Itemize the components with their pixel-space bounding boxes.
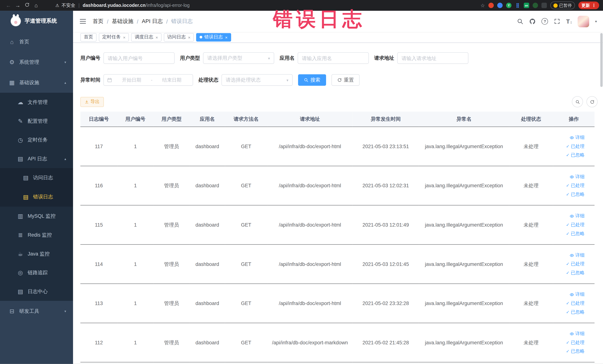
extension-icon[interactable]: on [524, 3, 529, 8]
tab-item[interactable]: 首页 [81, 33, 97, 41]
action-label: 已处理 [571, 143, 585, 150]
cell-url: /api/infra/db-doc/export-html [267, 284, 353, 323]
sidebar-item-system[interactable]: ⚙ 系统管理 ▾ [0, 52, 73, 72]
sidebar-item-error-log[interactable]: ▤ 错误日志 [0, 187, 73, 207]
cell-method: GET [225, 244, 267, 284]
update-label: 更新 [581, 2, 590, 8]
extension-icon[interactable] [488, 3, 494, 8]
user-type-select[interactable]: 请选择用户类型 ▾ [203, 52, 274, 64]
detail-link[interactable]: 详细 [569, 134, 584, 141]
cell-status: 未处理 [509, 205, 553, 245]
close-tab-icon[interactable]: × [156, 35, 158, 39]
detail-link[interactable]: 详细 [569, 291, 584, 298]
user-id-input[interactable] [104, 52, 175, 64]
sidebar-item-access-log[interactable]: ▤ 访问日志 [0, 168, 73, 188]
sidebar-item-file[interactable]: ☁ 文件管理 [0, 93, 73, 112]
sidebar-item-label: 链路追踪 [28, 269, 48, 276]
help-icon[interactable]: ? [542, 18, 548, 25]
refresh-table-button[interactable] [587, 96, 598, 107]
mark-ignored-link[interactable]: ✓已忽略 [566, 191, 584, 198]
screen: ← → ⌂ ⚠ 不安全 | dashboard.yudao.iocoder.cn… [0, 0, 603, 364]
reload-button[interactable] [22, 2, 32, 8]
bookmark-star-icon[interactable]: ☆ [480, 2, 485, 8]
mark-ignored-link[interactable]: ✓已忽略 [566, 152, 584, 158]
back-button[interactable]: ← [4, 2, 13, 8]
user-avatar[interactable] [578, 16, 589, 27]
sidebar-item-mysql[interactable]: ▥ MySQL 监控 [0, 207, 73, 225]
close-tab-icon[interactable]: × [123, 35, 126, 39]
chevron-down-icon: ▾ [268, 56, 270, 60]
sidebar-item-infra[interactable]: ▦ 基础设施 ▴ [0, 72, 73, 93]
detail-link[interactable]: 详细 [569, 330, 584, 337]
extension-paused-pill[interactable]: 已暂停 [550, 1, 575, 9]
toggle-search-button[interactable] [572, 96, 583, 107]
breadcrumb-item[interactable]: API 日志 [142, 18, 163, 25]
tab-item[interactable]: 定时任务× [99, 33, 129, 41]
cell-user-id: 1 [117, 323, 153, 362]
mark-ignored-link[interactable]: ✓已忽略 [566, 270, 584, 276]
cell-time: 2021-05-03 12:02:31 [353, 166, 419, 205]
tab-active[interactable]: 错误日志× [196, 33, 231, 41]
reset-button[interactable]: 重置 [331, 74, 359, 86]
date-start-placeholder: 开始日期 [114, 77, 150, 83]
address-bar[interactable]: ⚠ 不安全 | dashboard.yudao.iocoder.cn/infra… [55, 2, 480, 9]
sidebar-item-java[interactable]: ☕ Java 监控 [0, 244, 73, 263]
mark-processed-link[interactable]: ✓已处理 [566, 300, 584, 306]
close-tab-icon[interactable]: × [188, 35, 190, 39]
mark-processed-link[interactable]: ✓已处理 [566, 222, 584, 228]
sidebar-item-redis[interactable]: ≣ Redis 监控 [0, 225, 73, 244]
search-icon[interactable] [517, 18, 523, 25]
sidebar-item-log-center[interactable]: ▤ 日志中心 [0, 282, 73, 301]
tab-item[interactable]: 调度日志× [131, 33, 162, 41]
github-icon[interactable] [529, 18, 536, 25]
detail-link[interactable]: 详细 [569, 252, 584, 258]
extension-icon[interactable] [542, 3, 547, 8]
avatar-caret-icon[interactable]: ▾ [595, 20, 597, 23]
breadcrumb-item[interactable]: 首页 [93, 18, 104, 25]
chevron-down-icon: ▾ [64, 60, 66, 64]
mark-ignored-link[interactable]: ✓已忽略 [566, 231, 584, 237]
mark-processed-link[interactable]: ✓已处理 [566, 261, 584, 267]
detail-link[interactable]: 详细 [569, 213, 584, 219]
extension-icon[interactable]: Y [506, 3, 511, 8]
main-area: 首页 / 基础设施 / API 日志 / 错误日志 ? T↕ ▾ [73, 11, 603, 364]
sidebar-item-dashboard[interactable]: ⌂ 首页 [0, 32, 73, 52]
mark-processed-link[interactable]: ✓已处理 [566, 143, 584, 150]
close-tab-icon[interactable]: × [225, 35, 227, 39]
chrome-update-button[interactable]: 更新 ⋮ [578, 1, 599, 9]
app-name-input[interactable] [298, 52, 369, 64]
sidebar-item-api-log[interactable]: ▤ API 日志 ▴ [0, 149, 73, 168]
extension-icon[interactable] [497, 3, 502, 8]
user-type-label: 用户类型 [180, 55, 200, 61]
mark-processed-link[interactable]: ✓已处理 [566, 182, 584, 189]
export-button[interactable]: 导出 [81, 97, 104, 107]
fullscreen-icon[interactable] [554, 18, 560, 25]
extension-icon[interactable]: ⣿ [515, 3, 520, 8]
filter-row-1: 用户编号 用户类型 请选择用户类型 ▾ 应用名 [81, 52, 603, 64]
hamburger-icon[interactable] [79, 18, 86, 25]
detail-link[interactable]: 详细 [569, 174, 584, 180]
mark-processed-link[interactable]: ✓已处理 [566, 339, 584, 346]
mark-ignored-link[interactable]: ✓已忽略 [566, 348, 584, 355]
sidebar-item-dev-tools[interactable]: ⊟ 研发工具 ▾ [0, 301, 73, 321]
app-logo[interactable]: 芋道管理系统 [0, 11, 73, 32]
sidebar-item-trace[interactable]: ◎ 链路追踪 [0, 263, 73, 282]
active-tab-dot [200, 36, 202, 39]
breadcrumb-item[interactable]: 基础设施 [112, 18, 133, 25]
tab-item[interactable]: 访问日志× [164, 33, 194, 41]
request-url-input[interactable] [397, 52, 468, 64]
cell-app: dashboard [190, 284, 225, 323]
sidebar-item-job[interactable]: ◷ 定时任务 [0, 130, 73, 149]
scrollbar-thumb[interactable] [600, 33, 603, 87]
sidebar-item-config[interactable]: ✎ 配置管理 [0, 112, 73, 130]
search-button[interactable]: 搜索 [298, 74, 326, 86]
tab-label: 调度日志 [135, 34, 153, 40]
forward-button[interactable]: → [13, 2, 23, 8]
browser-home-button[interactable]: ⌂ [32, 2, 41, 8]
font-size-icon[interactable]: T↕ [566, 18, 572, 25]
exception-time-range[interactable]: 开始日期 - 结束日期 [104, 74, 193, 86]
cell-exception: java.lang.IllegalArgumentException [419, 205, 509, 245]
extension-icon[interactable] [533, 3, 538, 8]
process-status-select[interactable]: 请选择处理状态 ▾ [221, 74, 293, 86]
mark-ignored-link[interactable]: ✓已忽略 [566, 309, 584, 316]
